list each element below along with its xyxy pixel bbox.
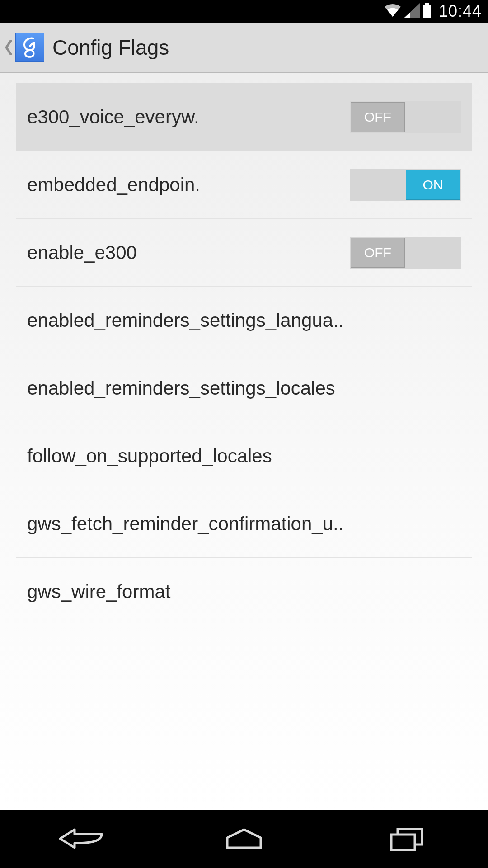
status-icons: 10:44	[384, 2, 482, 21]
flag-label: enabled_reminders_settings_langua	[27, 310, 461, 331]
flag-label: e300_voice_everyw	[27, 106, 199, 128]
flag-label: embedded_endpoin	[27, 174, 199, 196]
config-flags-list[interactable]: e300_voice_everyw OFF embedded_endpoin O…	[0, 73, 488, 626]
status-bar: 10:44	[0, 0, 488, 23]
list-item[interactable]: enabled_reminders_settings_locales	[16, 354, 472, 422]
list-item[interactable]: gws_fetch_reminder_confirmation_u	[16, 490, 472, 558]
status-time: 10:44	[439, 2, 482, 21]
list-item[interactable]: enable_e300 OFF	[16, 219, 472, 287]
page-title: Config Flags	[52, 35, 169, 60]
toggle-thumb: OFF	[351, 238, 405, 268]
content-area: e300_voice_everyw OFF embedded_endpoin O…	[0, 73, 488, 810]
toggle-switch[interactable]: OFF	[350, 101, 461, 133]
list-item[interactable]: e300_voice_everyw OFF	[16, 83, 472, 151]
toggle-thumb: OFF	[351, 102, 405, 132]
battery-icon	[422, 3, 432, 20]
cellular-icon	[404, 3, 420, 19]
svg-rect-2	[391, 835, 415, 850]
nav-home-button[interactable]	[212, 823, 276, 855]
list-item[interactable]: embedded_endpoin ON	[16, 151, 472, 219]
nav-recent-button[interactable]	[375, 823, 438, 855]
back-button[interactable]	[4, 38, 14, 57]
toggle-switch[interactable]: OFF	[350, 237, 461, 269]
action-bar: Config Flags	[0, 23, 488, 73]
toggle-thumb: ON	[406, 170, 460, 200]
list-item[interactable]: enabled_reminders_settings_langua	[16, 287, 472, 354]
wifi-icon	[384, 3, 402, 19]
list-item[interactable]: gws_wire_format	[16, 558, 472, 626]
list-item[interactable]: follow_on_supported_locales	[16, 422, 472, 490]
svg-rect-1	[423, 5, 431, 18]
flag-label: enable_e300	[27, 242, 199, 264]
flag-label: enabled_reminders_settings_locales	[27, 377, 461, 399]
svg-rect-0	[425, 3, 429, 5]
toggle-switch[interactable]: ON	[350, 169, 461, 201]
nav-back-button[interactable]	[50, 823, 113, 855]
google-app-icon[interactable]	[15, 33, 44, 62]
flag-label: gws_fetch_reminder_confirmation_u	[27, 513, 461, 535]
flag-label: gws_wire_format	[27, 581, 461, 603]
navigation-bar	[0, 810, 488, 868]
flag-label: follow_on_supported_locales	[27, 445, 461, 467]
